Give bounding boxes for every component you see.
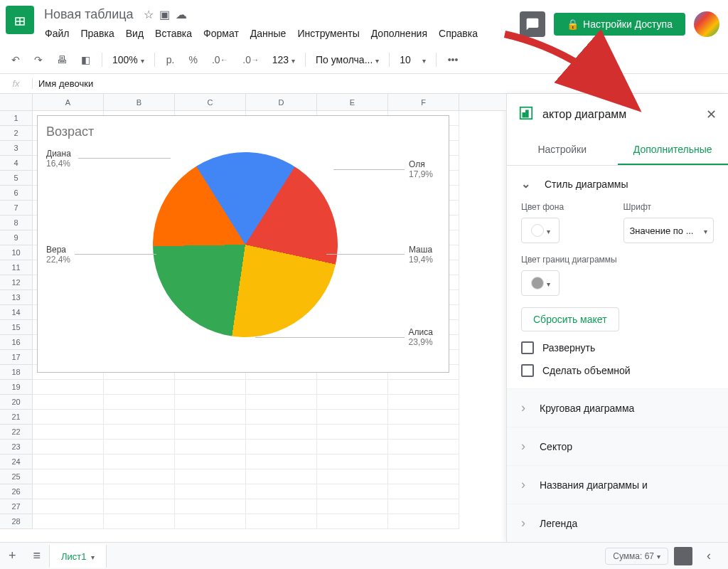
menu-data[interactable]: Данные bbox=[245, 25, 291, 42]
cell[interactable] bbox=[175, 469, 246, 484]
cell[interactable] bbox=[33, 440, 104, 454]
cell[interactable] bbox=[104, 484, 175, 499]
row-header[interactable]: 6 bbox=[0, 186, 33, 201]
cell[interactable] bbox=[33, 514, 104, 529]
cell[interactable] bbox=[388, 514, 459, 529]
cell[interactable] bbox=[175, 440, 246, 454]
cell[interactable] bbox=[388, 440, 459, 454]
col-header-a[interactable]: A bbox=[33, 94, 104, 110]
chart-font-select[interactable]: Значение по ... bbox=[623, 218, 714, 243]
quicksum-box[interactable]: Сумма: 67 bbox=[605, 548, 668, 565]
cell[interactable] bbox=[388, 499, 459, 514]
cell[interactable] bbox=[104, 410, 175, 425]
cell[interactable] bbox=[317, 410, 388, 425]
percent-button[interactable]: % bbox=[183, 50, 203, 70]
row-header[interactable]: 12 bbox=[0, 275, 33, 290]
side-panel-toggle[interactable]: ‹ bbox=[698, 548, 719, 563]
decrease-decimal-button[interactable]: .0← bbox=[206, 50, 234, 70]
cell[interactable] bbox=[388, 410, 459, 425]
cell[interactable] bbox=[246, 440, 317, 454]
cell[interactable] bbox=[246, 499, 317, 514]
redo-icon[interactable]: ↷ bbox=[28, 50, 48, 70]
row-header[interactable]: 1 bbox=[0, 111, 33, 126]
cell[interactable] bbox=[388, 395, 459, 410]
row-header[interactable]: 24 bbox=[0, 454, 33, 469]
cell[interactable] bbox=[246, 410, 317, 425]
close-icon[interactable]: ✕ bbox=[706, 107, 717, 122]
bg-color-select[interactable] bbox=[521, 218, 560, 243]
row-header[interactable]: 3 bbox=[0, 141, 33, 156]
share-button[interactable]: 🔒 Настройки Доступа bbox=[554, 13, 685, 36]
formula-input[interactable]: Имя девочки bbox=[33, 78, 728, 89]
fx-label[interactable]: fx bbox=[0, 78, 33, 89]
cell[interactable] bbox=[104, 499, 175, 514]
cell[interactable] bbox=[246, 380, 317, 395]
row-header[interactable]: 23 bbox=[0, 440, 33, 454]
cell[interactable] bbox=[175, 410, 246, 425]
col-header-d[interactable]: D bbox=[246, 94, 317, 110]
cell[interactable] bbox=[175, 514, 246, 529]
increase-decimal-button[interactable]: .0→ bbox=[237, 50, 264, 70]
font-size-select[interactable]: 10 bbox=[395, 51, 429, 68]
cell[interactable] bbox=[246, 425, 317, 440]
cell[interactable] bbox=[246, 469, 317, 484]
reset-layout-button[interactable]: Сбросить макет bbox=[521, 307, 619, 331]
3d-checkbox[interactable]: Сделать объемной bbox=[521, 364, 714, 377]
row-header[interactable]: 5 bbox=[0, 171, 33, 186]
maximize-checkbox[interactable]: Развернуть bbox=[521, 341, 714, 354]
row-header[interactable]: 20 bbox=[0, 395, 33, 410]
currency-button[interactable]: р. bbox=[161, 50, 181, 70]
section-pie-chart[interactable]: Круговая диаграмма bbox=[521, 400, 714, 415]
cell[interactable] bbox=[104, 454, 175, 469]
doc-title[interactable]: Новая таблица bbox=[40, 6, 138, 23]
row-header[interactable]: 27 bbox=[0, 499, 33, 514]
cell[interactable] bbox=[104, 469, 175, 484]
pie-chart[interactable]: Возраст Оля17,9% Маша19,4% Алиса23,9% Ве… bbox=[37, 115, 449, 373]
col-header-f[interactable]: F bbox=[388, 94, 459, 110]
cell[interactable] bbox=[388, 380, 459, 395]
section-slice[interactable]: Сектор bbox=[521, 439, 714, 454]
font-select[interactable]: По умолча... bbox=[311, 51, 383, 68]
cell[interactable] bbox=[317, 380, 388, 395]
menu-tools[interactable]: Инструменты bbox=[292, 25, 364, 42]
row-header[interactable]: 17 bbox=[0, 350, 33, 365]
number-format-select[interactable]: 123 bbox=[268, 51, 299, 68]
cell[interactable] bbox=[317, 440, 388, 454]
row-header[interactable]: 18 bbox=[0, 365, 33, 380]
tab-customize[interactable]: Дополнительные bbox=[618, 135, 729, 165]
cell[interactable] bbox=[317, 395, 388, 410]
cell[interactable] bbox=[388, 484, 459, 499]
border-color-select[interactable] bbox=[521, 270, 560, 296]
tab-setup[interactable]: Настройки bbox=[507, 135, 618, 165]
print-icon[interactable]: 🖶 bbox=[51, 50, 73, 70]
cell[interactable] bbox=[104, 514, 175, 529]
cell[interactable] bbox=[246, 484, 317, 499]
menu-help[interactable]: Справка bbox=[434, 25, 483, 42]
menu-edit[interactable]: Правка bbox=[75, 25, 119, 42]
select-all-corner[interactable] bbox=[0, 94, 33, 110]
explore-button[interactable] bbox=[674, 547, 692, 565]
sheet-tab-1[interactable]: Лист1 bbox=[49, 544, 106, 568]
paint-format-icon[interactable]: ◧ bbox=[75, 50, 96, 70]
row-header[interactable]: 13 bbox=[0, 290, 33, 305]
row-header[interactable]: 19 bbox=[0, 380, 33, 395]
row-header[interactable]: 28 bbox=[0, 514, 33, 529]
comments-button[interactable] bbox=[520, 11, 545, 37]
cell[interactable] bbox=[317, 454, 388, 469]
cell[interactable] bbox=[317, 425, 388, 440]
row-header[interactable]: 26 bbox=[0, 484, 33, 499]
cell[interactable] bbox=[33, 395, 104, 410]
cell[interactable] bbox=[175, 484, 246, 499]
undo-icon[interactable]: ↶ bbox=[6, 50, 26, 70]
cell[interactable] bbox=[175, 425, 246, 440]
col-header-c[interactable]: C bbox=[175, 94, 246, 110]
cell[interactable] bbox=[388, 469, 459, 484]
row-header[interactable]: 4 bbox=[0, 156, 33, 171]
col-header-b[interactable]: B bbox=[104, 94, 175, 110]
row-header[interactable]: 16 bbox=[0, 335, 33, 350]
row-header[interactable]: 10 bbox=[0, 245, 33, 260]
cell[interactable] bbox=[104, 395, 175, 410]
cell[interactable] bbox=[175, 380, 246, 395]
row-header[interactable]: 11 bbox=[0, 260, 33, 275]
cell[interactable] bbox=[388, 454, 459, 469]
